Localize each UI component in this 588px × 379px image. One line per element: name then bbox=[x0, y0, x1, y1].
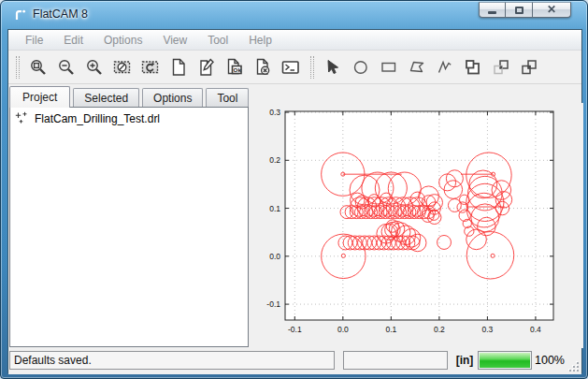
clear-plot-icon bbox=[113, 58, 132, 77]
minimize-button[interactable] bbox=[479, 2, 506, 18]
project-tree[interactable]: FlatCam_Drilling_Test.drl bbox=[9, 107, 249, 347]
delete-object-button[interactable] bbox=[251, 55, 274, 80]
polygon-subtraction-button[interactable] bbox=[517, 55, 540, 80]
menu-help[interactable]: Help bbox=[238, 30, 282, 51]
svg-text:0.3: 0.3 bbox=[269, 108, 280, 117]
close-icon: ✕ bbox=[547, 3, 556, 17]
progress-fill bbox=[480, 353, 530, 368]
maximize-button[interactable] bbox=[506, 2, 533, 18]
svg-text:-0.1: -0.1 bbox=[266, 299, 280, 309]
toolbar-drag-handle[interactable] bbox=[16, 56, 20, 79]
shell-button[interactable] bbox=[279, 55, 302, 80]
cursor-icon bbox=[323, 58, 342, 77]
draw-polygon-button[interactable] bbox=[405, 55, 428, 80]
drill-marks-icon bbox=[15, 111, 29, 125]
delete-file-icon bbox=[253, 58, 272, 77]
new-file-icon bbox=[169, 58, 188, 77]
minimize-icon bbox=[488, 11, 496, 14]
polygon-intersection-button[interactable] bbox=[489, 55, 512, 80]
resize-grip-icon[interactable] bbox=[569, 362, 579, 372]
replot-icon bbox=[141, 58, 160, 77]
progress-bar bbox=[478, 351, 532, 370]
new-project-button[interactable] bbox=[166, 55, 190, 80]
tree-item-drill-file[interactable]: FlatCam_Drilling_Test.drl bbox=[10, 108, 248, 125]
window-title: FlatCAM 8 bbox=[33, 1, 88, 28]
status-aux-field bbox=[343, 351, 448, 370]
draw-rectangle-button[interactable] bbox=[377, 55, 400, 80]
status-message: Defaults saved. bbox=[9, 351, 335, 370]
save-project-button[interactable]: Ok bbox=[222, 55, 246, 80]
tree-item-label: FlatCam_Drilling_Test.drl bbox=[35, 112, 160, 125]
close-button[interactable]: ✕ bbox=[533, 2, 571, 18]
zoom-fit-button[interactable] bbox=[26, 55, 50, 80]
svg-text:0.2: 0.2 bbox=[434, 325, 445, 334]
window-content: File Edit Options View Tool Help bbox=[7, 29, 582, 373]
svg-text:0.3: 0.3 bbox=[481, 325, 493, 334]
polyline-shape-icon bbox=[436, 58, 454, 77]
svg-text:0.1: 0.1 bbox=[385, 325, 396, 334]
tab-project[interactable]: Project bbox=[9, 86, 70, 108]
tab-selected[interactable]: Selected bbox=[73, 88, 139, 107]
toolbar-drag-handle[interactable] bbox=[310, 56, 314, 79]
plot-svg[interactable]: -0.10.00.10.20.30.4-0.10.00.10.20.3 bbox=[251, 103, 583, 348]
units-label: [in] bbox=[452, 351, 478, 370]
menu-options[interactable]: Options bbox=[93, 30, 152, 51]
ok-file-icon: Ok bbox=[225, 58, 244, 77]
svg-text:0.0: 0.0 bbox=[269, 252, 280, 261]
zoom-out-icon bbox=[57, 58, 76, 77]
flatcam-logo-icon bbox=[13, 7, 28, 22]
menu-view[interactable]: View bbox=[152, 30, 197, 51]
open-project-button[interactable] bbox=[194, 55, 218, 80]
tab-tool[interactable]: Tool bbox=[206, 88, 249, 107]
window-controls: ✕ bbox=[479, 2, 571, 18]
zoom-in-button[interactable] bbox=[82, 55, 106, 80]
zoom-out-button[interactable] bbox=[54, 55, 78, 80]
draw-polyline-button[interactable] bbox=[433, 55, 456, 80]
tab-bar: Project Selected Options Tool bbox=[9, 85, 251, 107]
progress-percent-label: 100% bbox=[535, 351, 565, 370]
clear-plot-button[interactable] bbox=[110, 55, 134, 80]
polygon-union-button[interactable] bbox=[461, 55, 484, 80]
status-bar: Defaults saved. [in] 100% bbox=[8, 348, 581, 374]
title-bar[interactable]: FlatCAM 8 ✕ bbox=[1, 1, 587, 29]
svg-text:0.4: 0.4 bbox=[530, 325, 541, 334]
toolbar: Ok bbox=[8, 51, 581, 84]
menu-tool[interactable]: Tool bbox=[197, 30, 238, 51]
edit-file-icon bbox=[197, 58, 216, 77]
svg-text:0.2: 0.2 bbox=[269, 155, 280, 165]
app-window: FlatCAM 8 ✕ File Edit Options View Tool … bbox=[0, 0, 588, 379]
replot-button[interactable] bbox=[138, 55, 162, 80]
union-icon bbox=[464, 58, 482, 77]
svg-text:0.0: 0.0 bbox=[337, 325, 349, 334]
menu-bar: File Edit Options View Tool Help bbox=[8, 30, 581, 51]
svg-text:Ok: Ok bbox=[233, 66, 241, 72]
intersection-icon bbox=[492, 58, 510, 77]
rectangle-shape-icon bbox=[380, 58, 398, 77]
zoom-in-icon bbox=[85, 58, 104, 77]
subtraction-icon bbox=[520, 58, 538, 77]
maximize-icon bbox=[515, 7, 523, 14]
circle-shape-icon bbox=[351, 58, 370, 77]
draw-circle-button[interactable] bbox=[349, 55, 372, 80]
terminal-icon bbox=[281, 58, 300, 77]
menu-file[interactable]: File bbox=[15, 30, 53, 51]
menu-edit[interactable]: Edit bbox=[53, 30, 93, 51]
select-tool-button[interactable] bbox=[321, 55, 344, 80]
polygon-shape-icon bbox=[408, 58, 426, 77]
svg-text:0.1: 0.1 bbox=[269, 204, 280, 213]
zoom-fit-icon bbox=[29, 58, 48, 77]
tab-options[interactable]: Options bbox=[142, 88, 203, 107]
svg-text:-0.1: -0.1 bbox=[288, 325, 302, 334]
